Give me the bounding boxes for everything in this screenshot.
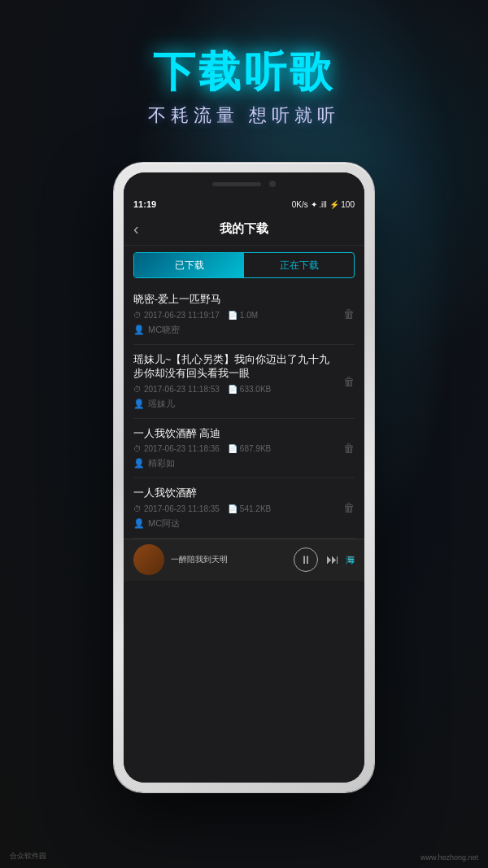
- phone-camera: [269, 181, 276, 187]
- app-content: ‹ 我的下载 已下载 正在下载 晓密-爱上一匹野马: [124, 213, 364, 783]
- song-list: 晓密-爱上一匹野马 ⏱ 2017-06-23 11:19:17 📄 1.0M: [124, 285, 364, 539]
- tab-bar: 已下载 正在下载: [133, 252, 355, 278]
- file-icon-1: 📄: [228, 311, 237, 320]
- song-time-3: ⏱ 2017-06-23 11:18:36: [133, 444, 220, 453]
- player-thumbnail: [133, 544, 164, 575]
- person-icon-1: 👤: [133, 325, 145, 335]
- status-time: 11:19: [133, 199, 156, 209]
- person-icon-2: 👤: [133, 399, 145, 409]
- next-button[interactable]: ⏭: [326, 552, 339, 567]
- song-title-1: 晓密-爱上一匹野马: [133, 293, 355, 308]
- watermark-left: 合众软件园: [10, 851, 46, 861]
- song-time-2: ⏱ 2017-06-23 11:18:53: [133, 385, 220, 394]
- song-size-1: 📄 1.0M: [228, 311, 258, 320]
- header-title: 下载听歌: [0, 49, 488, 95]
- person-icon-4: 👤: [133, 518, 145, 529]
- player-song-name: 一醉陪我到天明: [171, 554, 287, 565]
- status-bar: 11:19 0K/s ✦ .ill ⚡ 100: [124, 195, 364, 213]
- clock-icon-1: ⏱: [133, 311, 142, 320]
- song-title-4: 一人我饮酒醉: [133, 486, 355, 501]
- file-icon-4: 📄: [228, 504, 237, 513]
- play-pause-button[interactable]: ⏸: [294, 547, 318, 572]
- phone-mockup: 11:19 0K/s ✦ .ill ⚡ 100 ‹ 我的下载 已下载: [114, 163, 374, 792]
- person-icon-3: 👤: [133, 458, 145, 469]
- delete-button-4[interactable]: 🗑: [343, 501, 355, 514]
- song-size-2: 📄 633.0KB: [228, 385, 271, 394]
- clock-icon-3: ⏱: [133, 444, 142, 453]
- song-time-1: ⏱ 2017-06-23 11:19:17: [133, 311, 220, 320]
- song-title-2: 瑶妹儿~【扎心另类】我向你迈出了九十九步你却没有回头看我一眼: [133, 353, 355, 382]
- file-icon-2: 📄: [228, 385, 237, 394]
- song-title-3: 一人我饮酒醉 高迪: [133, 427, 355, 442]
- song-size-4: 📄 541.2KB: [228, 504, 271, 513]
- phone-screen: 11:19 0K/s ✦ .ill ⚡ 100 ‹ 我的下载 已下载: [124, 172, 364, 783]
- song-artist-4: 👤 MC阿达: [133, 517, 355, 530]
- delete-button-2[interactable]: 🗑: [343, 375, 355, 388]
- nav-bar: ‹ 我的下载: [124, 213, 364, 246]
- song-size-3: 📄 687.9KB: [228, 444, 271, 453]
- phone-notch: [124, 172, 364, 195]
- clock-icon-4: ⏱: [133, 504, 142, 513]
- nav-title: 我的下载: [220, 221, 268, 237]
- player-info: 一醉陪我到天明: [171, 554, 287, 565]
- song-meta-3: ⏱ 2017-06-23 11:18:36 📄 687.9KB: [133, 444, 355, 453]
- bottom-player: 一醉陪我到天明 ⏸ ⏭ ≡ 海: [124, 539, 364, 581]
- song-artist-1: 👤 MC晓密: [133, 324, 355, 336]
- song-meta-4: ⏱ 2017-06-23 11:18:35 📄 541.2KB: [133, 504, 355, 513]
- header-section: 下载听歌 不耗流量 想听就听: [0, 49, 488, 128]
- song-item-3: 一人我饮酒醉 高迪 ⏱ 2017-06-23 11:18:36 📄 687.9K…: [133, 419, 355, 479]
- source-badge: 海: [346, 554, 355, 566]
- song-artist-2: 👤 瑶妹儿: [133, 398, 355, 410]
- back-button[interactable]: ‹: [133, 220, 139, 238]
- song-meta-1: ⏱ 2017-06-23 11:19:17 📄 1.0M: [133, 311, 355, 320]
- phone-speaker: [212, 182, 261, 186]
- clock-icon-2: ⏱: [133, 385, 142, 394]
- watermark-right: www.hezhong.net: [420, 853, 478, 861]
- song-item-1: 晓密-爱上一匹野马 ⏱ 2017-06-23 11:19:17 📄 1.0M: [133, 285, 355, 345]
- tab-downloading[interactable]: 正在下载: [244, 253, 354, 277]
- song-meta-2: ⏱ 2017-06-23 11:18:53 📄 633.0KB: [133, 385, 355, 394]
- song-item-4: 一人我饮酒醉 ⏱ 2017-06-23 11:18:35 📄 541.2KB: [133, 478, 355, 539]
- song-time-4: ⏱ 2017-06-23 11:18:35: [133, 504, 220, 513]
- delete-button-3[interactable]: 🗑: [343, 442, 355, 455]
- song-item-2: 瑶妹儿~【扎心另类】我向你迈出了九十九步你却没有回头看我一眼 ⏱ 2017-06…: [133, 345, 355, 419]
- file-icon-3: 📄: [228, 444, 237, 453]
- status-icons: 0K/s ✦ .ill ⚡ 100: [292, 200, 355, 209]
- phone-outer-frame: 11:19 0K/s ✦ .ill ⚡ 100 ‹ 我的下载 已下载: [114, 163, 374, 792]
- status-right-icons: 0K/s ✦ .ill ⚡ 100: [292, 200, 355, 209]
- tab-downloaded[interactable]: 已下载: [134, 253, 244, 277]
- header-subtitle: 不耗流量 想听就听: [0, 103, 488, 128]
- delete-button-1[interactable]: 🗑: [343, 308, 355, 321]
- song-artist-3: 👤 精彩如: [133, 457, 355, 469]
